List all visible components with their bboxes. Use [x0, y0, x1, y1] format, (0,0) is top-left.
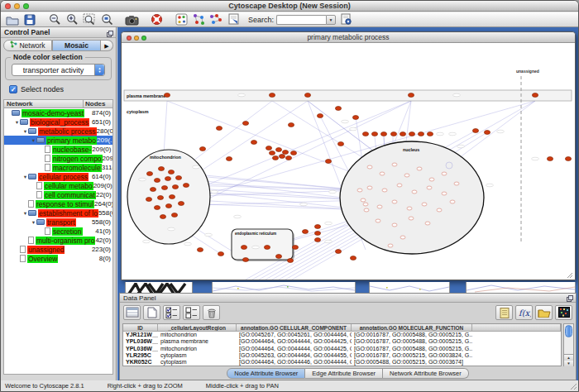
network-node[interactable]: [242, 122, 248, 126]
network-node[interactable]: [407, 207, 412, 210]
network-node[interactable]: [183, 184, 189, 188]
table-row[interactable]: YPL036W__2plasma membrane[GO:0044464, GO…: [123, 338, 561, 345]
tab-mosaic[interactable]: Mosaic: [52, 40, 101, 51]
unselect-attributes-icon[interactable]: [183, 305, 200, 320]
search-settings-icon[interactable]: [338, 13, 353, 26]
search-input[interactable]: [276, 15, 326, 25]
tree-row[interactable]: ▼primary metabo209(...: [4, 136, 112, 145]
network-node[interactable]: [364, 208, 369, 212]
network-node[interactable]: [382, 189, 387, 192]
open-icon[interactable]: [5, 13, 20, 26]
network-node[interactable]: [269, 151, 275, 155]
network-node[interactable]: [269, 93, 275, 98]
network-node[interactable]: [380, 132, 386, 136]
network-node[interactable]: [484, 131, 490, 135]
table-column-header[interactable]: _cellularLayoutRegion: [158, 324, 237, 332]
network-node[interactable]: [532, 93, 538, 98]
attribute-matrix-icon[interactable]: [555, 305, 572, 320]
table-row[interactable]: YDR039C__1mitochondrion[GO:0044464, GO:0…: [123, 366, 561, 366]
help-lifebuoy-icon[interactable]: [149, 13, 164, 26]
network-canvas[interactable]: plasma membrane cytoplasm mitochondrion …: [122, 43, 575, 280]
tree-row[interactable]: nucleobase-209(0): [4, 145, 112, 154]
tab-network-attribute-browser[interactable]: Network Attribute Browser: [383, 368, 469, 379]
net-zoom-icon[interactable]: [141, 36, 146, 41]
network-node[interactable]: [154, 206, 160, 210]
tree-row[interactable]: ▼cellular process614(0): [4, 172, 112, 181]
network-node[interactable]: [279, 155, 285, 159]
select-nodes-checkbox[interactable]: ✓: [9, 85, 17, 93]
network-node[interactable]: [357, 189, 362, 192]
select-all-attributes-icon[interactable]: [123, 305, 141, 320]
tree-row[interactable]: secretion41(0): [4, 227, 112, 236]
resize-grip[interactable]: [569, 382, 577, 390]
tab-node-attribute-browser[interactable]: Node Attribute Browser: [227, 368, 305, 379]
select-attributes-icon[interactable]: [163, 305, 180, 320]
network-node[interactable]: [285, 156, 291, 160]
tree-row[interactable]: response to stimul264(0): [4, 199, 112, 208]
network-node[interactable]: [146, 172, 152, 176]
search-dropdown-icon[interactable]: ▼: [326, 15, 336, 25]
network-node[interactable]: [169, 195, 175, 199]
vizmapper-icon[interactable]: [174, 13, 189, 26]
tree-row[interactable]: cell communicat22(0): [4, 190, 112, 199]
network-node[interactable]: [292, 246, 298, 250]
expander-open-icon[interactable]: ▼: [22, 211, 28, 216]
network-node[interactable]: [165, 204, 171, 208]
network-node[interactable]: [275, 148, 281, 152]
network-node[interactable]: [314, 238, 320, 242]
layout-network-b-icon[interactable]: [208, 13, 223, 26]
tree-row[interactable]: multi-organism pro42(0): [4, 236, 112, 245]
network-node[interactable]: [390, 132, 396, 136]
network-node[interactable]: [565, 157, 571, 161]
network-node[interactable]: [154, 179, 160, 183]
network-node[interactable]: [175, 176, 181, 180]
network-node[interactable]: [335, 250, 341, 254]
network-node[interactable]: [404, 174, 409, 177]
network-node[interactable]: [427, 132, 433, 136]
network-node[interactable]: [178, 202, 184, 206]
table-row[interactable]: YJR121W__1mitochondrion[GO:0045267, GO:0…: [123, 332, 561, 338]
tree-row[interactable]: ▼metabolic process280(0): [4, 127, 112, 136]
node-color-dropdown[interactable]: transporter activity ▲▼: [12, 64, 105, 76]
network-node[interactable]: [157, 196, 163, 200]
network-node[interactable]: [392, 163, 397, 166]
net-close-icon[interactable]: [127, 36, 132, 41]
network-node[interactable]: [317, 114, 323, 118]
import-annotation-icon[interactable]: [226, 13, 241, 26]
table-column-header[interactable]: annotation.GO CELLULAR_COMPONENT: [237, 324, 352, 332]
tab-edge-attribute-browser[interactable]: Edge Attribute Browser: [305, 368, 383, 379]
expander-open-icon[interactable]: ▼: [22, 174, 28, 179]
network-node[interactable]: [376, 219, 380, 222]
network-node[interactable]: [362, 132, 368, 136]
network-node[interactable]: [388, 244, 393, 247]
network-node[interactable]: [392, 223, 397, 227]
network-node[interactable]: [361, 198, 366, 202]
network-node[interactable]: [418, 132, 423, 136]
import-attributes-icon[interactable]: [535, 305, 553, 320]
table-column-header[interactable]: annotation.GO MOLECULAR_FUNCTION: [352, 324, 472, 332]
zoom-in-icon[interactable]: [65, 13, 79, 26]
zoom-fit-icon[interactable]: [82, 13, 97, 26]
network-node[interactable]: [218, 252, 223, 256]
network-node[interactable]: [168, 170, 174, 174]
tree-row[interactable]: ▼biological_process651(0): [4, 117, 112, 127]
tree-column-nodes[interactable]: Nodes: [83, 100, 112, 108]
network-node[interactable]: [164, 93, 170, 98]
table-row[interactable]: YPL036W__1mitochondrion[GO:0044464, GO:0…: [123, 346, 561, 352]
network-node[interactable]: [302, 230, 308, 234]
network-node[interactable]: [290, 151, 296, 155]
new-attribute-icon[interactable]: [143, 305, 160, 320]
network-node[interactable]: [241, 246, 246, 250]
net-minimize-icon[interactable]: [134, 36, 139, 41]
network-node[interactable]: [367, 165, 372, 169]
network-node[interactable]: [150, 188, 156, 192]
tree-row[interactable]: ▼establishment of lo558(0): [4, 208, 112, 218]
network-node[interactable]: [266, 146, 271, 151]
network-node[interactable]: [472, 129, 478, 133]
float-panel-icon[interactable]: [567, 295, 573, 302]
expander-open-icon[interactable]: ▼: [31, 138, 36, 143]
tree-row[interactable]: cellular metabo209(0): [4, 181, 112, 190]
network-node[interactable]: [172, 185, 178, 189]
network-node[interactable]: [288, 123, 294, 127]
network-node[interactable]: [158, 167, 164, 171]
